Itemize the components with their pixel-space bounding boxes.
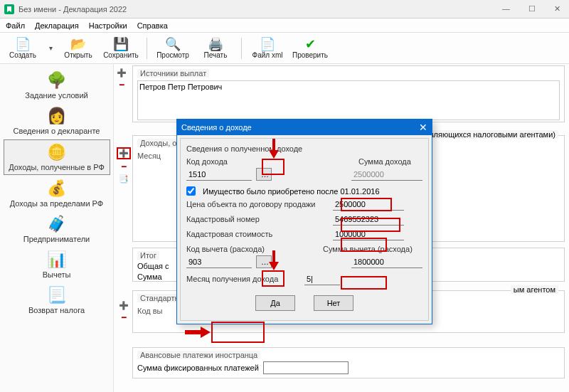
deduct-code-lookup-button[interactable]: … xyxy=(256,255,272,268)
remove-income-icon[interactable]: ━ xyxy=(122,162,127,171)
dialog-title: Сведения о доходе xyxy=(181,123,252,132)
fixed-payments-input[interactable] xyxy=(263,361,349,374)
toolbar-xml-button[interactable]: 📄Файл xml xyxy=(248,38,287,59)
total-label: Общая с xyxy=(137,262,169,270)
window-minimize-button[interactable]: — xyxy=(498,4,514,14)
add-deduction-icon[interactable]: ➕ xyxy=(119,301,129,310)
menu-help[interactable]: Справка xyxy=(137,21,168,30)
window-close-button[interactable]: ✕ xyxy=(550,4,565,14)
bought-after-2016-checkbox[interactable] xyxy=(186,186,196,196)
coins-icon: 🪙 xyxy=(47,143,66,161)
cad-value-input[interactable] xyxy=(333,228,404,240)
ok-button[interactable]: Да xyxy=(255,295,295,311)
document-lines-icon: 📃 xyxy=(47,286,66,304)
tree-icon: 🌳 xyxy=(47,71,66,90)
toolbar-check-button[interactable]: ✔Проверить xyxy=(290,38,330,59)
window-title: Без имени - Декларация 2022 xyxy=(18,5,127,14)
window-maximize-button[interactable]: ☐ xyxy=(524,4,540,14)
nav-deductions[interactable]: 📊Вычеты xyxy=(4,248,110,282)
advance-caption: Авансовые платежи иностранца xyxy=(137,351,260,359)
sale-price-input[interactable] xyxy=(333,198,404,211)
toolbar-create-dropdown[interactable]: ▾ xyxy=(46,44,55,52)
app-icon xyxy=(4,4,14,14)
deduct-sum-input[interactable] xyxy=(351,255,422,268)
remove-source-icon[interactable]: ━ xyxy=(119,80,124,90)
income-month-label: Месяц получения дохода xyxy=(186,275,300,283)
fixed-payments-label: Сумма фиксированных платежей xyxy=(137,364,259,372)
checkmark-icon: ✔ xyxy=(305,38,316,51)
income-month-input[interactable] xyxy=(304,272,340,285)
folder-open-icon: 📂 xyxy=(70,38,86,51)
deduct-code-input[interactable] xyxy=(186,255,252,268)
deduct-sum-label: Сумма вычета (расхода) xyxy=(323,245,422,253)
suitcase-icon: 🧳 xyxy=(47,215,66,233)
nav-income-abroad[interactable]: 💰Доходы за пределами РФ xyxy=(4,176,110,211)
toolbar-save-button[interactable]: 💾Сохранить xyxy=(101,38,141,59)
sum-label: Сумма xyxy=(137,272,162,281)
source-row[interactable]: Петров Петр Петрович xyxy=(139,83,558,91)
deduct-code-label: Код вычета (расхода) xyxy=(186,245,279,253)
add-income-icon[interactable]: ➕ xyxy=(117,147,131,159)
toolbar-create-button[interactable]: 📄Создать xyxy=(3,38,43,59)
nav-conditions[interactable]: 🌳Задание условий xyxy=(4,68,110,102)
sources-header: Источники выплат xyxy=(137,69,209,78)
toolbar-preview-button[interactable]: 🔍Просмотр xyxy=(153,38,193,59)
income-sum-input[interactable] xyxy=(351,168,422,181)
toolbar-print-button[interactable]: 🖨️Печать xyxy=(196,38,235,59)
incomes-caption-end: являющихся налоговыми агентами) xyxy=(422,130,558,139)
income-code-label: Код дохода xyxy=(186,157,250,166)
window-titlebar: Без имени - Декларация 2022 — ☐ ✕ xyxy=(0,0,569,18)
income-details-dialog: Сведения о доходе ✕ Сведения о полученно… xyxy=(176,119,432,324)
printer-icon: 🖨️ xyxy=(208,38,223,51)
income-code-lookup-button[interactable]: … xyxy=(256,168,272,181)
menu-declaration[interactable]: Декларация xyxy=(35,21,79,30)
menu-bar: Файл Декларация Настройки Справка xyxy=(0,18,569,33)
cad-number-input[interactable] xyxy=(333,213,404,226)
nav-income-rf[interactable]: 🪙Доходы, полученные в РФ xyxy=(4,139,110,175)
page-plus-icon: 📄 xyxy=(15,38,31,51)
person-icon: 👩 xyxy=(47,107,66,125)
magnifier-icon: 🔍 xyxy=(165,38,181,51)
deductions-icon: 📊 xyxy=(47,250,66,269)
cancel-button[interactable]: Нет xyxy=(314,295,353,311)
dialog-close-button[interactable]: ✕ xyxy=(419,122,427,133)
floppy-icon: 💾 xyxy=(113,38,129,51)
income-sum-label: Сумма дохода xyxy=(358,157,422,166)
menu-settings[interactable]: Настройки xyxy=(89,21,127,30)
remove-deduction-icon[interactable]: ━ xyxy=(122,313,127,322)
side-navigation: 🌳Задание условий 👩Сведения о декларанте … xyxy=(0,64,114,392)
nav-entrepreneur[interactable]: 🧳Предприниматели xyxy=(4,212,110,246)
toolbar-separator xyxy=(147,38,147,59)
cad-number-label: Кадастровый номер xyxy=(186,215,329,223)
file-xml-icon: 📄 xyxy=(260,38,275,51)
copy-income-icon[interactable]: 📑 xyxy=(119,174,129,184)
noagent-caption: ым агентом xyxy=(511,285,558,294)
money-bag-icon: 💰 xyxy=(47,179,66,198)
menu-file[interactable]: Файл xyxy=(6,21,25,30)
sale-price-label: Цена объекта по договору продажи xyxy=(186,200,329,208)
nav-tax-return[interactable]: 📃Возврат налога xyxy=(4,283,110,317)
group-title: Сведения о полученном доходе xyxy=(186,144,422,153)
income-code-input[interactable] xyxy=(186,168,252,181)
bought-after-2016-label: Имущество было приобретено после 01.01.2… xyxy=(203,187,380,196)
toolbar-separator xyxy=(241,38,242,59)
add-source-icon[interactable]: ➕ xyxy=(117,68,127,78)
toolbar-open-button[interactable]: 📂Открыть xyxy=(58,38,98,59)
cad-value-label: Кадастровая стоимость xyxy=(186,230,329,238)
main-toolbar: 📄Создать ▾ 📂Открыть 💾Сохранить 🔍Просмотр… xyxy=(0,33,569,64)
nav-declarant[interactable]: 👩Сведения о декларанте xyxy=(4,104,110,138)
totals-caption: Итог xyxy=(137,251,159,260)
